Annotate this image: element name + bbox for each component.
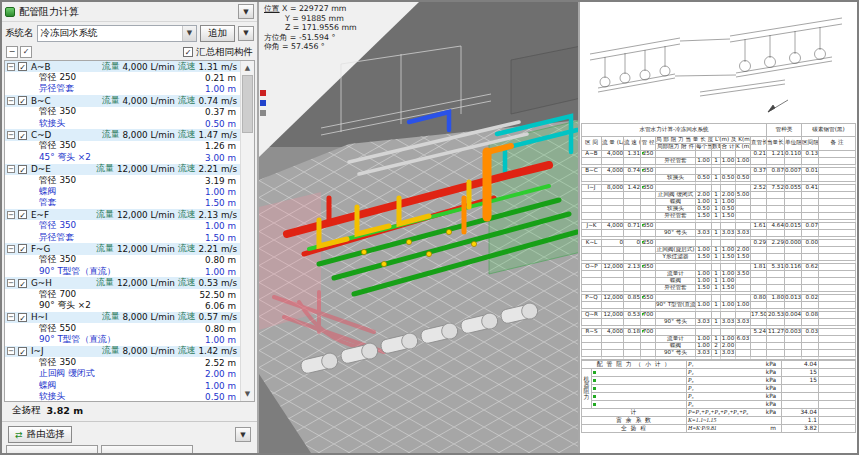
col-section-resistance: 区间阻力 R(L+L′) 及至单体 的阻力 (kPa) bbox=[802, 137, 819, 151]
summarize-checkbox[interactable]: ✓ bbox=[183, 47, 193, 57]
add-system-button[interactable]: 追加 bbox=[200, 25, 235, 42]
section-detail-row[interactable]: 90° 弯头 ×26.06 m bbox=[5, 300, 240, 311]
col-straight: 直管长 L (m) bbox=[751, 137, 767, 151]
velocity-value: 0.57 m/s bbox=[199, 312, 238, 322]
margin-formula: K=1.1~1.15 bbox=[687, 416, 782, 424]
section-checkbox[interactable]: ✓ bbox=[18, 131, 27, 140]
collapse-all-button[interactable]: − bbox=[6, 46, 18, 58]
cell-marker-icon bbox=[593, 395, 596, 398]
collapse-icon[interactable]: − bbox=[7, 279, 15, 287]
detail-name: 异径管套 bbox=[39, 83, 74, 95]
scroll-track[interactable] bbox=[241, 75, 254, 387]
section-detail-row[interactable]: 管径 3501.26 m bbox=[5, 141, 240, 152]
scroll-down-icon[interactable]: ▼ bbox=[241, 387, 254, 401]
section-detail-row[interactable]: 管径 2500.21 m bbox=[5, 72, 240, 83]
section-detail-row[interactable]: 90° T型管（直流）1.00 m bbox=[5, 266, 240, 277]
combo-dropdown-icon[interactable]: ▼ bbox=[182, 26, 196, 41]
section-row[interactable]: −✓I~J流量8,000 L/min流速1.42 m/s bbox=[5, 346, 240, 357]
viewport-mini-toolbar[interactable] bbox=[259, 90, 267, 116]
section-detail-row[interactable]: 蝶阀1.00 m bbox=[5, 186, 240, 197]
detail-value: 0.50 m bbox=[205, 119, 236, 129]
scroll-up-icon[interactable]: ▲ bbox=[241, 61, 254, 75]
summary-note bbox=[819, 408, 856, 416]
collapse-icon[interactable]: − bbox=[7, 211, 15, 219]
collapse-icon[interactable]: − bbox=[7, 97, 15, 105]
partial-button[interactable] bbox=[6, 445, 98, 453]
grip-icon[interactable] bbox=[260, 110, 266, 116]
section-detail-row[interactable]: 管径 3500.37 m bbox=[5, 107, 240, 118]
detail-value: 0.21 m bbox=[205, 73, 236, 83]
section-checkbox[interactable]: ✓ bbox=[18, 96, 27, 105]
section-detail-row[interactable]: 管径 5500.80 m bbox=[5, 323, 240, 334]
section-checkbox[interactable]: ✓ bbox=[18, 244, 27, 253]
section-detail-row[interactable]: 止回阀 缓闭式2.00 m bbox=[5, 369, 240, 380]
section-detail-row[interactable]: 管径 70052.50 m bbox=[5, 289, 240, 300]
section-detail-row[interactable]: 90° T型管（直流）1.00 m bbox=[5, 334, 240, 345]
collapse-icon[interactable]: − bbox=[7, 165, 15, 173]
machine-resistance-row: P₃kPa15 bbox=[582, 376, 856, 384]
panel-menu-button[interactable]: ▼ bbox=[238, 4, 254, 19]
collapse-icon[interactable]: − bbox=[7, 245, 15, 253]
detail-name: 软接头 bbox=[39, 118, 65, 130]
fitting-row: 90° 弯头3.0313.033.03 bbox=[582, 229, 856, 236]
section-checkbox[interactable]: ✓ bbox=[18, 165, 27, 174]
section-detail-row[interactable]: 软接头0.50 m bbox=[5, 118, 240, 129]
section-id: F~G bbox=[31, 244, 50, 254]
section-detail-row[interactable]: 异径管套1.00 m bbox=[5, 84, 240, 95]
view-icon[interactable] bbox=[260, 100, 266, 106]
section-row[interactable]: −✓E~F流量12,000 L/min流速2.13 m/s bbox=[5, 209, 240, 220]
section-detail-row[interactable]: 管径 3502.52 m bbox=[5, 357, 240, 368]
add-system-menu-button[interactable]: ▼ bbox=[238, 26, 254, 41]
section-detail-row[interactable]: 45° 弯头 ×23.00 m bbox=[5, 152, 240, 163]
fitting-row: 蝶阀1.0022.00 bbox=[582, 342, 856, 349]
detail-name: 管径 350 bbox=[39, 106, 76, 118]
section-checkbox[interactable]: ✓ bbox=[18, 62, 27, 71]
collapse-icon[interactable]: − bbox=[7, 63, 15, 71]
section-checkbox[interactable]: ✓ bbox=[18, 210, 27, 219]
section-detail-row[interactable]: 管径 3500.80 m bbox=[5, 255, 240, 266]
section-detail-row[interactable]: 异径管套1.50 m bbox=[5, 232, 240, 243]
list-scrollbar[interactable]: ▲ ▼ bbox=[240, 61, 254, 401]
route-menu-button[interactable]: ▼ bbox=[235, 427, 251, 442]
section-row[interactable]: −✓F~G流量12,000 L/min流速2.21 m/s bbox=[5, 243, 240, 254]
axis-icon[interactable] bbox=[260, 90, 266, 96]
section-checkbox[interactable]: ✓ bbox=[18, 279, 27, 288]
detail-value: 1.00 m bbox=[205, 84, 236, 94]
detail-value: 1.50 m bbox=[205, 198, 236, 208]
section-checkbox[interactable]: ✓ bbox=[18, 313, 27, 322]
collapse-icon[interactable]: − bbox=[7, 347, 15, 355]
scroll-thumb[interactable] bbox=[242, 75, 253, 133]
machine-row-label bbox=[592, 376, 687, 384]
cell-marker-icon bbox=[593, 403, 596, 406]
detail-name: 止回阀 缓闭式 bbox=[39, 368, 95, 380]
section-detail-row[interactable]: 管径 3503.19 m bbox=[5, 175, 240, 186]
collapse-icon[interactable]: − bbox=[7, 131, 15, 139]
machine-row-formula: P₅kPa bbox=[687, 392, 782, 400]
velocity-label: 流速 bbox=[178, 61, 196, 73]
detail-name: 蝶阀 bbox=[39, 186, 57, 198]
section-detail-row[interactable]: 软接头0.50 m bbox=[5, 391, 240, 401]
section-detail-row[interactable]: 管径 3501.00 m bbox=[5, 220, 240, 231]
detail-value: 1.00 m bbox=[205, 187, 236, 197]
panel-title: 配管阻力计算 bbox=[19, 5, 79, 19]
partial-button[interactable] bbox=[101, 445, 193, 453]
section-row[interactable]: −✓C~D流量8,000 L/min流速1.47 m/s bbox=[5, 129, 240, 140]
check-all-button[interactable]: ✓ bbox=[20, 46, 32, 58]
system-name-select[interactable]: 冷冻回水系统 ▼ bbox=[37, 25, 198, 42]
flow-label: 流量 bbox=[102, 95, 120, 107]
collapse-icon[interactable]: − bbox=[7, 313, 15, 321]
section-row[interactable]: −✓B~C流量4,000 L/min流速0.74 m/s bbox=[5, 95, 240, 106]
section-detail-row[interactable]: 管套1.50 m bbox=[5, 198, 240, 209]
velocity-value: 2.13 m/s bbox=[199, 210, 238, 220]
coord-azimuth: 方位角 = -51.594 ° bbox=[264, 33, 357, 43]
section-row[interactable]: −✓H~I流量8,000 L/min流速0.57 m/s bbox=[5, 312, 240, 323]
section-row[interactable]: −✓D~E流量12,000 L/min流速2.21 m/s bbox=[5, 164, 240, 175]
flow-label: 流量 bbox=[96, 163, 114, 175]
section-row[interactable]: −✓G~H流量12,000 L/min流速0.53 m/s bbox=[5, 277, 240, 288]
route-select-button[interactable]: ⇄ 路由选择 bbox=[8, 426, 72, 443]
section-detail-row[interactable]: 蝶阀1.00 m bbox=[5, 380, 240, 391]
section-checkbox[interactable]: ✓ bbox=[18, 347, 27, 356]
3d-viewport[interactable]: 位置 X = 229727 mm Y = 91885 mm Z = 171.95… bbox=[259, 2, 578, 453]
section-row[interactable]: −✓A~B流量4,000 L/min流速1.31 m/s bbox=[5, 61, 240, 72]
section-id: C~D bbox=[31, 130, 51, 140]
